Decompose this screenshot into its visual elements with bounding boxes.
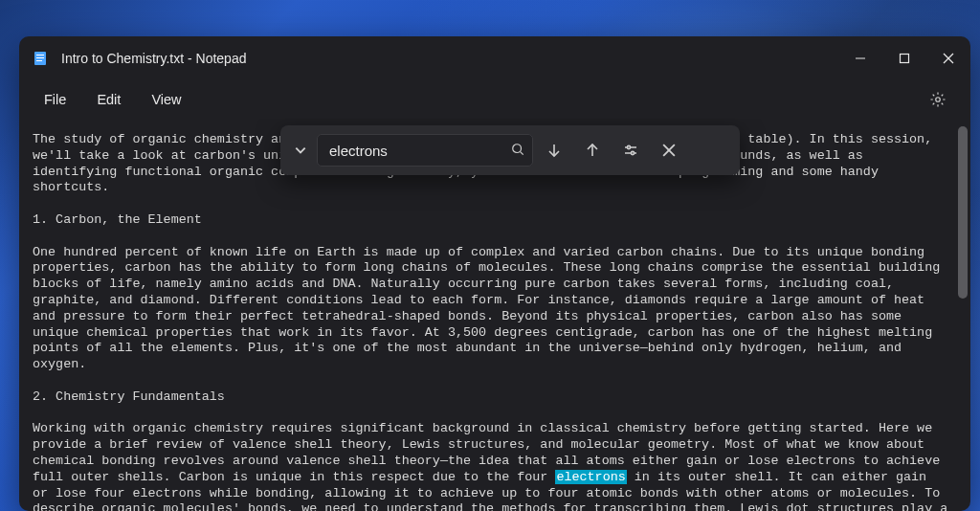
find-bar xyxy=(280,125,740,175)
expand-replace-button[interactable] xyxy=(288,131,313,169)
svg-line-10 xyxy=(521,152,523,155)
svg-point-14 xyxy=(627,145,630,148)
notepad-window: Intro to Chemistry.txt - Notepad File Ed… xyxy=(19,36,970,511)
svg-rect-3 xyxy=(36,60,42,61)
find-options-button[interactable] xyxy=(613,133,648,167)
window-title: Intro to Chemistry.txt - Notepad xyxy=(61,51,246,66)
svg-point-9 xyxy=(513,144,522,153)
titlebar[interactable]: Intro to Chemistry.txt - Notepad xyxy=(19,36,970,80)
menu-edit[interactable]: Edit xyxy=(81,86,136,113)
svg-point-8 xyxy=(936,98,941,102)
find-input[interactable] xyxy=(329,143,511,159)
close-find-button[interactable] xyxy=(652,133,686,167)
svg-point-16 xyxy=(631,151,634,154)
search-icon[interactable] xyxy=(511,143,524,158)
minimize-button[interactable] xyxy=(838,36,882,80)
maximize-button[interactable] xyxy=(882,36,926,80)
menubar: File Edit View xyxy=(19,80,970,119)
close-button[interactable] xyxy=(926,36,970,80)
svg-rect-1 xyxy=(36,55,44,56)
menu-view[interactable]: View xyxy=(136,86,196,113)
settings-button[interactable] xyxy=(921,82,955,117)
svg-rect-5 xyxy=(901,55,909,63)
find-next-button[interactable] xyxy=(537,133,571,167)
text-editor[interactable]: The study of organic chemistry and its a… xyxy=(19,119,970,511)
vertical-scrollbar[interactable] xyxy=(958,126,968,299)
search-highlight: electrons xyxy=(555,470,626,484)
find-previous-button[interactable] xyxy=(575,133,610,167)
find-input-container xyxy=(317,134,533,167)
svg-rect-2 xyxy=(36,57,44,58)
menu-file[interactable]: File xyxy=(29,86,81,113)
notepad-icon xyxy=(33,51,48,66)
